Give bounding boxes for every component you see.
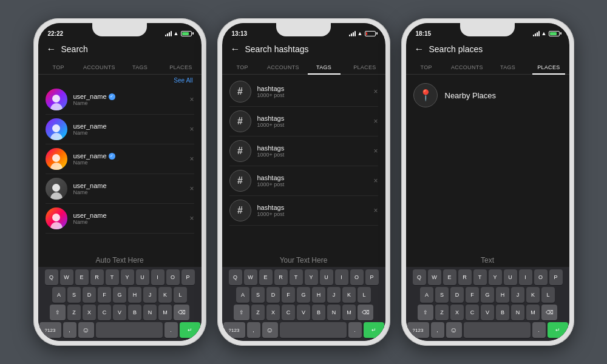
key-r[interactable]: R xyxy=(90,269,104,285)
key-b-2[interactable]: B xyxy=(312,305,325,320)
key-r-3[interactable]: R xyxy=(458,269,472,285)
see-all-link[interactable]: See All xyxy=(38,75,202,85)
key-m[interactable]: M xyxy=(158,305,172,320)
key-v[interactable]: V xyxy=(113,305,126,320)
space-key[interactable] xyxy=(96,322,163,338)
key-j[interactable]: J xyxy=(143,287,157,303)
key-z-3[interactable]: Z xyxy=(435,305,449,320)
close-user-5[interactable]: × xyxy=(189,214,194,223)
key-a[interactable]: A xyxy=(52,287,66,303)
key-k-2[interactable]: K xyxy=(342,287,356,303)
search-input-2[interactable]: Search hashtags xyxy=(245,44,377,54)
emoji-key[interactable]: ☺ xyxy=(78,322,94,338)
numbers-key-2[interactable]: ?123 xyxy=(223,322,245,338)
tab-top-3[interactable]: TOP xyxy=(406,61,447,74)
key-h-3[interactable]: H xyxy=(496,287,509,303)
tab-top-1[interactable]: TOP xyxy=(38,61,79,74)
key-e-2[interactable]: E xyxy=(259,269,273,285)
tab-accounts-2[interactable]: ACCOUNTS xyxy=(263,61,304,74)
key-d-2[interactable]: D xyxy=(266,287,280,303)
key-s-2[interactable]: S xyxy=(251,287,265,303)
close-user-4[interactable]: × xyxy=(189,184,194,193)
key-s-3[interactable]: S xyxy=(435,287,449,303)
key-o[interactable]: O xyxy=(166,269,180,285)
key-d-3[interactable]: D xyxy=(450,287,464,303)
key-v-3[interactable]: V xyxy=(481,305,494,320)
comma-key-3[interactable]: , xyxy=(431,322,444,338)
key-u-2[interactable]: U xyxy=(320,269,333,285)
shift-key[interactable]: ⇧ xyxy=(50,305,66,320)
comma-key[interactable]: , xyxy=(63,322,76,338)
numbers-key-3[interactable]: ?123 xyxy=(407,322,429,338)
key-g-3[interactable]: G xyxy=(481,287,494,303)
tab-accounts-3[interactable]: ACCOUNTS xyxy=(447,61,487,74)
key-j-3[interactable]: J xyxy=(511,287,524,303)
key-u-3[interactable]: U xyxy=(504,269,517,285)
key-m-3[interactable]: M xyxy=(526,305,540,320)
key-z[interactable]: Z xyxy=(67,305,81,320)
key-m-2[interactable]: M xyxy=(342,305,356,320)
key-u[interactable]: U xyxy=(136,269,149,285)
numbers-key[interactable]: ?123 xyxy=(39,322,61,338)
key-p-2[interactable]: P xyxy=(365,269,379,285)
key-i-2[interactable]: I xyxy=(335,269,348,285)
key-q[interactable]: Q xyxy=(45,269,58,285)
key-a-3[interactable]: A xyxy=(420,287,433,303)
key-h[interactable]: H xyxy=(128,287,141,303)
backspace-key-2[interactable]: ⌫ xyxy=(358,305,373,320)
key-i[interactable]: I xyxy=(151,269,164,285)
close-hashtag-2[interactable]: × xyxy=(373,117,378,126)
close-user-1[interactable]: × xyxy=(189,95,194,104)
close-hashtag-3[interactable]: × xyxy=(373,147,378,155)
emoji-key-2[interactable]: ☺ xyxy=(262,322,278,338)
space-key-2[interactable] xyxy=(280,322,347,338)
key-l-2[interactable]: L xyxy=(358,287,371,303)
key-w-3[interactable]: W xyxy=(428,269,441,285)
tab-places-1[interactable]: PLACES xyxy=(160,61,201,74)
shift-key-2[interactable]: ⇧ xyxy=(234,305,249,320)
key-y[interactable]: Y xyxy=(121,269,134,285)
key-k[interactable]: K xyxy=(158,287,172,303)
search-input-1[interactable]: Search xyxy=(61,44,193,54)
key-w[interactable]: W xyxy=(60,269,73,285)
key-n-3[interactable]: N xyxy=(511,305,524,320)
key-x-3[interactable]: X xyxy=(450,305,464,320)
key-t[interactable]: T xyxy=(106,269,119,285)
key-x[interactable]: X xyxy=(83,305,96,320)
back-button-1[interactable]: ← xyxy=(47,44,56,55)
tab-tags-1[interactable]: TAGS xyxy=(120,61,160,74)
tab-accounts-1[interactable]: ACCOUNTS xyxy=(79,61,120,74)
close-hashtag-4[interactable]: × xyxy=(373,177,378,185)
period-key[interactable]: . xyxy=(164,322,178,338)
back-button-2[interactable]: ← xyxy=(231,44,240,55)
key-c[interactable]: C xyxy=(98,305,111,320)
close-user-2[interactable]: × xyxy=(189,125,194,133)
key-o-3[interactable]: O xyxy=(534,269,548,285)
key-q-2[interactable]: Q xyxy=(229,269,242,285)
key-p[interactable]: P xyxy=(181,269,195,285)
shift-key-3[interactable]: ⇧ xyxy=(418,305,433,320)
nearby-item[interactable]: 📍 Nearby Places xyxy=(413,83,562,107)
key-n-2[interactable]: N xyxy=(327,305,341,320)
key-c-2[interactable]: C xyxy=(282,305,295,320)
key-t-3[interactable]: T xyxy=(473,269,487,285)
key-b-3[interactable]: B xyxy=(496,305,509,320)
key-w-2[interactable]: W xyxy=(244,269,257,285)
backspace-key-3[interactable]: ⌫ xyxy=(541,305,557,320)
enter-key[interactable]: ↵ xyxy=(180,322,200,338)
key-g-2[interactable]: G xyxy=(297,287,310,303)
enter-key-2[interactable]: ↵ xyxy=(364,322,384,338)
key-f-2[interactable]: F xyxy=(282,287,295,303)
key-b[interactable]: B xyxy=(128,305,141,320)
back-button-3[interactable]: ← xyxy=(415,44,424,55)
key-o-2[interactable]: O xyxy=(350,269,364,285)
search-input-3[interactable]: Search places xyxy=(429,44,561,54)
tab-top-2[interactable]: TOP xyxy=(222,61,263,74)
key-a-2[interactable]: A xyxy=(236,287,249,303)
key-r-2[interactable]: R xyxy=(274,269,288,285)
key-v-2[interactable]: V xyxy=(297,305,310,320)
key-c-3[interactable]: C xyxy=(466,305,479,320)
period-key-2[interactable]: . xyxy=(348,322,362,338)
key-y-3[interactable]: Y xyxy=(489,269,502,285)
key-p-3[interactable]: P xyxy=(549,269,563,285)
